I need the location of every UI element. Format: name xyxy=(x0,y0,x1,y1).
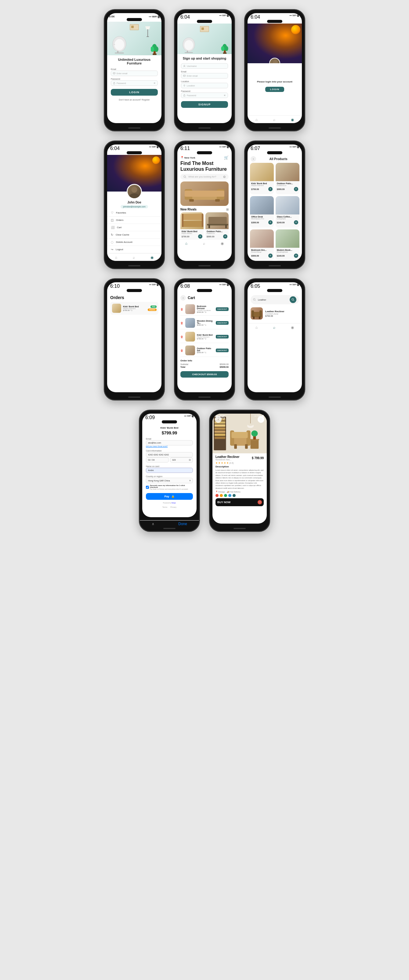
nav-home-9[interactable]: ⌂ xyxy=(255,325,258,329)
add-to-cart-grid-6[interactable]: + xyxy=(294,253,298,258)
product-grid-subtitle-6: ReadingNook xyxy=(277,251,298,253)
username-input[interactable]: Username xyxy=(181,63,228,69)
color-red[interactable] xyxy=(216,494,219,497)
done-button[interactable]: Done xyxy=(178,522,187,526)
delete-icon-3[interactable]: 🗑 xyxy=(181,335,184,339)
cart-top-icon[interactable]: 🛒 xyxy=(224,156,228,160)
add-to-cart-grid-5[interactable]: + xyxy=(268,253,273,258)
email-section: Email Enter email xyxy=(111,68,158,76)
product-detail-info: Leather Recliner Nordstrom Nec... $ 799.… xyxy=(212,453,267,508)
menu-item-clear-cache[interactable]: ↻ Clear Cache xyxy=(107,231,162,239)
nav-home-3[interactable]: ⌂ xyxy=(255,118,258,122)
payment-email-field[interactable]: ako@tox.com xyxy=(146,440,193,445)
checkout-btn-4[interactable]: CHECKOUT xyxy=(216,348,228,352)
checkout-btn-2[interactable]: CHECKOUT xyxy=(216,321,228,325)
checkout-btn-1[interactable]: CHECKOUT xyxy=(216,307,228,311)
signup-email-input[interactable]: Enter email xyxy=(181,73,228,78)
color-blue[interactable] xyxy=(228,494,231,497)
status-icons-11: ▪▪▪ WiFi ▓ xyxy=(255,415,264,420)
home-indicator-10 xyxy=(163,528,176,529)
search-input-value: Leather xyxy=(258,299,266,301)
register-link[interactable]: Don't have an account? Register xyxy=(111,99,158,101)
add-to-cart-grid-3[interactable]: + xyxy=(268,220,273,224)
checkout-main-button[interactable]: CHECKOUT $5099.93 xyxy=(181,371,228,377)
wall-art-icon xyxy=(130,24,139,30)
privacy-link[interactable]: Privacy xyxy=(170,506,176,508)
svg-rect-80 xyxy=(234,444,237,449)
status-icons-10: ▪▪▪ WiFi ▓ xyxy=(184,415,193,420)
back-button-all-products[interactable]: ‹ xyxy=(250,156,256,162)
eye-icon-2[interactable]: 👁 xyxy=(224,94,226,97)
color-orange[interactable] xyxy=(220,494,223,497)
add-to-cart-2[interactable]: + xyxy=(223,234,227,239)
card-number-field[interactable]: 4242 4242 4242 4242 xyxy=(146,452,193,457)
secure-checkbox[interactable] xyxy=(146,486,149,489)
nav-home-5[interactable]: ⌂ xyxy=(185,241,187,246)
login-button-small[interactable]: LOGIN xyxy=(265,87,284,92)
country-select[interactable]: Hong Kong SAR China ∨ xyxy=(146,478,193,483)
search-top-bar[interactable]: Leather xyxy=(250,295,299,304)
menu-item-favorites[interactable]: ♡ Favorites xyxy=(107,209,162,216)
nav-home-4[interactable]: ⌂ xyxy=(115,255,117,260)
pay-button[interactable]: Pay 🔒 xyxy=(146,493,193,500)
product-price-grid-row-1: $799.99 + xyxy=(251,187,273,191)
camera-icon[interactable]: ⊙ xyxy=(223,175,225,178)
back-button-cart[interactable]: ‹ xyxy=(181,295,186,301)
delete-icon-1[interactable]: 🗑 xyxy=(181,308,184,311)
menu-item-delete-account[interactable]: ◌ Delete Account xyxy=(107,239,162,246)
nav-profile-4[interactable]: ◉ xyxy=(151,255,154,260)
add-to-cart-1[interactable]: + xyxy=(198,234,202,239)
location-bar: 📍 New York xyxy=(181,156,195,159)
find-title: Find The Most Luxurious Furniture xyxy=(178,161,231,172)
svg-point-52 xyxy=(253,299,255,300)
cart-item-details-4: Outdoor Patio Set $999.99 * 1 xyxy=(197,347,214,353)
login-button[interactable]: LOGIN xyxy=(111,89,158,95)
delete-icon-2[interactable]: 🗑 xyxy=(181,321,184,325)
total-value: $5099.93 xyxy=(220,366,228,368)
chevron-down-nav[interactable]: ∧ xyxy=(152,522,154,526)
status-bar-4: 6:04 ▪▪▪ WiFi ▓ xyxy=(107,145,162,151)
expiry-field[interactable]: 02 / 34 xyxy=(146,457,169,463)
signup-button[interactable]: SIGNUP xyxy=(181,101,228,108)
dynamic-island-10 xyxy=(162,420,177,423)
nav-search-3[interactable]: ⌕ xyxy=(273,118,275,122)
menu-item-cart[interactable]: ⬜ Cart xyxy=(107,224,162,231)
search-bar-home[interactable]: What are you looking for? ⊙ xyxy=(181,174,228,180)
phone-orders: 6:10 ▪▪▪ WiFi ▓ Orders Kids' Bunk Bed Pl… xyxy=(104,278,165,401)
nav-profile-5[interactable]: ◉ xyxy=(221,241,224,246)
product-grid-3: Office Desk WorkSpace Pro $399.99 + xyxy=(250,196,274,228)
signup-location-input[interactable]: Location xyxy=(181,83,228,88)
bunk-bed-icon xyxy=(181,212,204,229)
signup-title: Sign up and start shopping xyxy=(181,57,228,60)
order-details-1: Kids' Bunk Bed Playful Interiors $799.99… xyxy=(123,305,146,311)
nav-profile-9[interactable]: ◉ xyxy=(291,325,294,329)
nav-profile-3[interactable]: ◉ xyxy=(291,118,294,122)
checkout-btn-3[interactable]: CHECKOUT xyxy=(216,335,228,339)
terms-link[interactable]: Terms xyxy=(162,506,167,508)
search-button[interactable] xyxy=(290,296,296,303)
username-placeholder: Username xyxy=(187,65,197,67)
color-teal[interactable] xyxy=(233,494,236,497)
password-input-field[interactable]: Password 👁 xyxy=(111,80,158,86)
add-to-cart-grid-1[interactable]: + xyxy=(268,187,273,191)
grid-view-icon[interactable]: ⊞ xyxy=(226,208,228,211)
add-to-cart-grid-4[interactable]: + xyxy=(294,220,298,224)
name-on-card-field[interactable]: Andre xyxy=(146,468,193,473)
nav-search-9[interactable]: ⌕ xyxy=(273,325,275,329)
add-to-cart-grid-2[interactable]: + xyxy=(294,187,298,191)
signup-form: Sign up and start shopping Username Emai… xyxy=(178,54,231,110)
cvc-field[interactable]: 323 ⊡ xyxy=(170,457,193,463)
buy-now-button[interactable]: BUY NOW 🛒 xyxy=(216,498,264,506)
signup-password-input[interactable]: Password 👁 xyxy=(181,92,228,98)
delete-icon-4[interactable]: 🗑 xyxy=(181,349,184,352)
cart-item-3: 🗑 Kids' Bunk Bed Playful Interiors $788.… xyxy=(181,331,228,343)
menu-item-logout[interactable]: ↪ Logout xyxy=(107,246,162,253)
eye-icon[interactable]: 👁 xyxy=(154,82,156,84)
nav-search-4[interactable]: ⌕ xyxy=(133,255,135,260)
search-result-1[interactable]: Leather Recliner Comfort Zone $799.99 xyxy=(250,306,299,321)
color-green[interactable] xyxy=(224,494,227,497)
did-you-mean-link[interactable]: Great scott? xyxy=(158,445,168,447)
menu-item-orders[interactable]: ◫ Orders xyxy=(107,216,162,224)
nav-search-5[interactable]: ⌕ xyxy=(203,241,205,246)
email-input-field[interactable]: Enter email xyxy=(111,70,158,76)
